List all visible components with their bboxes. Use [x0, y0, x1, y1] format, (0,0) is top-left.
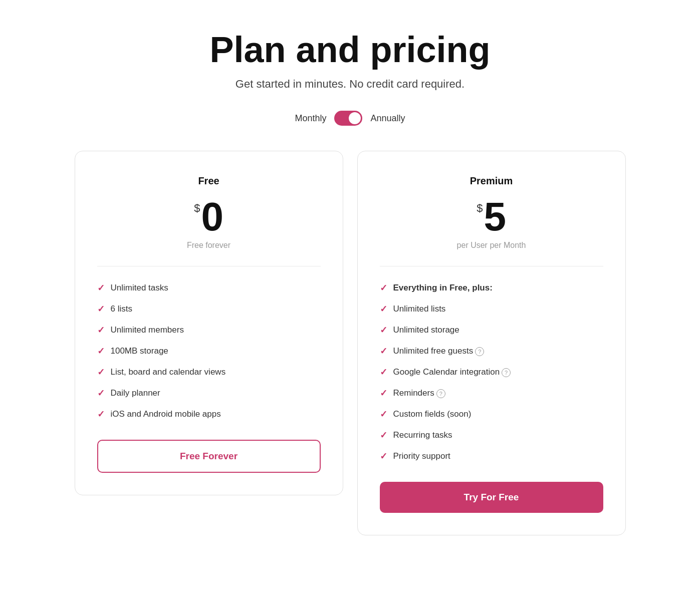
feature-item: ✓ Daily planner: [97, 388, 321, 399]
plan-divider: [380, 266, 603, 266]
check-icon: ✓: [380, 430, 387, 441]
feature-item: ✓ Google Calendar integration?: [380, 367, 603, 378]
cta-button-premium[interactable]: Try For Free: [380, 482, 603, 513]
billing-toggle[interactable]: [334, 111, 362, 126]
cta-button-free[interactable]: Free Forever: [97, 440, 321, 473]
price-amount: 5: [484, 197, 506, 237]
feature-item: ✓ Everything in Free, plus:: [380, 282, 603, 293]
feature-text: Priority support: [393, 451, 450, 461]
feature-item: ✓ Unlimited tasks: [97, 282, 321, 293]
check-icon: ✓: [380, 451, 387, 462]
check-icon: ✓: [97, 325, 105, 336]
price-period: Free forever: [97, 241, 321, 250]
help-icon[interactable]: ?: [436, 389, 445, 398]
feature-item: ✓ Unlimited storage: [380, 325, 603, 336]
feature-text: Daily planner: [111, 388, 160, 398]
feature-item: ✓ Priority support: [380, 451, 603, 462]
feature-text: Unlimited lists: [393, 304, 446, 314]
help-icon[interactable]: ?: [502, 368, 511, 377]
toggle-slider: [334, 111, 362, 126]
check-icon: ✓: [380, 282, 387, 293]
price-amount: 0: [201, 197, 223, 237]
feature-text: 6 lists: [111, 304, 132, 314]
check-icon: ✓: [97, 388, 105, 399]
feature-item: ✓ List, board and calendar views: [97, 367, 321, 378]
check-icon: ✓: [380, 367, 387, 378]
feature-text: Reminders?: [393, 388, 445, 398]
check-icon: ✓: [97, 304, 105, 315]
check-icon: ✓: [380, 409, 387, 420]
plan-card-free: Free $ 0 Free forever ✓ Unlimited tasks …: [75, 151, 343, 495]
help-icon[interactable]: ?: [475, 347, 484, 356]
check-icon: ✓: [97, 282, 105, 293]
feature-item: ✓ Custom fields (soon): [380, 409, 603, 420]
annually-label: Annually: [370, 113, 405, 124]
feature-text: Unlimited free guests?: [393, 346, 485, 356]
plan-card-premium: Premium $ 5 per User per Month ✓ Everyth…: [357, 151, 626, 535]
feature-text: Unlimited members: [111, 325, 184, 335]
plan-name: Free: [97, 175, 321, 187]
billing-toggle-row: Monthly Annually: [295, 111, 405, 126]
price-dollar: $: [194, 202, 200, 215]
page-subtitle: Get started in minutes. No credit card r…: [209, 78, 490, 91]
feature-text: iOS and Android mobile apps: [111, 409, 221, 419]
price-dollar: $: [477, 202, 483, 215]
feature-item: ✓ Unlimited members: [97, 325, 321, 336]
feature-text: Unlimited tasks: [111, 283, 168, 293]
check-icon: ✓: [97, 409, 105, 420]
check-icon: ✓: [380, 325, 387, 336]
check-icon: ✓: [97, 346, 105, 357]
feature-text: Unlimited storage: [393, 325, 459, 335]
check-icon: ✓: [380, 388, 387, 399]
price-period: per User per Month: [380, 241, 603, 250]
check-icon: ✓: [97, 367, 105, 378]
feature-item: ✓ iOS and Android mobile apps: [97, 409, 321, 420]
feature-item: ✓ Unlimited lists: [380, 304, 603, 315]
feature-item: ✓ Unlimited free guests?: [380, 346, 603, 357]
features-list: ✓ Everything in Free, plus: ✓ Unlimited …: [380, 282, 603, 462]
check-icon: ✓: [380, 346, 387, 357]
check-icon: ✓: [380, 304, 387, 315]
plan-price-row: $ 0: [97, 197, 321, 237]
page-title: Plan and pricing: [209, 30, 490, 70]
feature-item: ✓ Reminders?: [380, 388, 603, 399]
feature-text: Google Calendar integration?: [393, 367, 511, 377]
page-header: Plan and pricing Get started in minutes.…: [209, 30, 490, 91]
feature-text: Custom fields (soon): [393, 409, 472, 419]
feature-item: ✓ 100MB storage: [97, 346, 321, 357]
feature-item: ✓ Recurring tasks: [380, 430, 603, 441]
plan-divider: [97, 266, 321, 266]
plans-container: Free $ 0 Free forever ✓ Unlimited tasks …: [75, 151, 626, 535]
feature-item: ✓ 6 lists: [97, 304, 321, 315]
plan-price-row: $ 5: [380, 197, 603, 237]
feature-text: Everything in Free, plus:: [393, 283, 493, 293]
features-list: ✓ Unlimited tasks ✓ 6 lists ✓ Unlimited …: [97, 282, 321, 420]
feature-text: Recurring tasks: [393, 430, 452, 440]
feature-text: 100MB storage: [111, 346, 168, 356]
plan-name: Premium: [380, 175, 603, 187]
monthly-label: Monthly: [295, 113, 326, 124]
feature-text: List, board and calendar views: [111, 367, 226, 377]
